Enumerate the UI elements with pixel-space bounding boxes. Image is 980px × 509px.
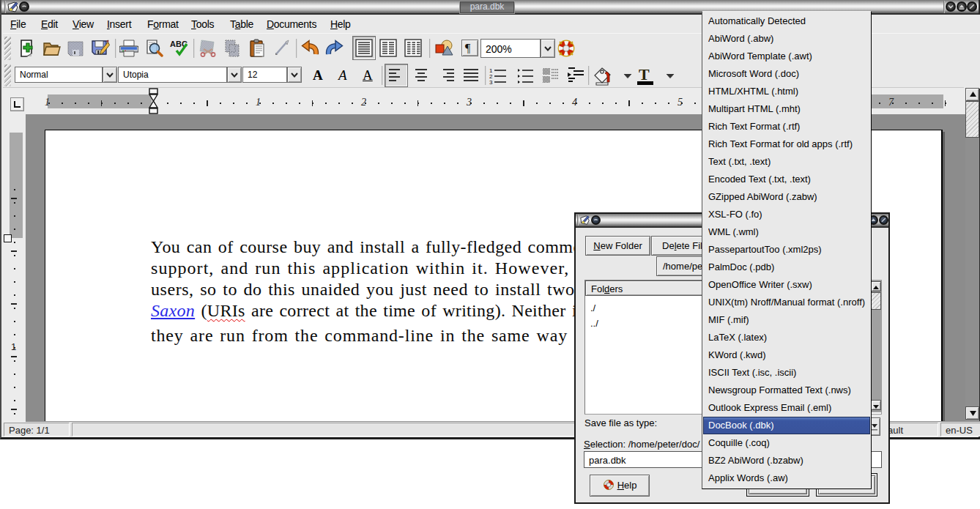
svg-text:T: T (639, 66, 650, 83)
svg-text:3: 3 (489, 79, 493, 84)
svg-text:¶: ¶ (465, 42, 471, 54)
